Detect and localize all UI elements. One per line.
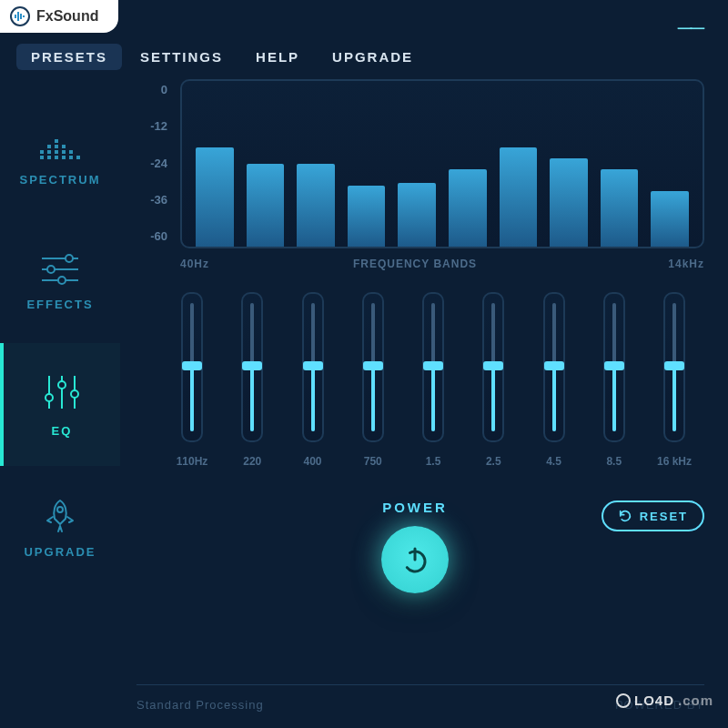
- chart-title: FREQUENCY BANDS: [189, 258, 641, 270]
- refresh-icon: [618, 509, 632, 523]
- svg-point-25: [58, 277, 66, 284]
- chart-bar: [500, 147, 538, 247]
- eq-sliders: 110Hz2204007501.52.54.58.516 kHz: [126, 292, 704, 468]
- svg-point-27: [46, 394, 53, 401]
- chart-bar: [297, 164, 335, 247]
- chart-bar: [449, 169, 487, 247]
- chart-bar: [196, 147, 234, 247]
- slider-label: 110Hz: [177, 455, 208, 468]
- eq-slider-4.5[interactable]: 4.5: [531, 292, 577, 468]
- chart-xlabel-right: 14kHz: [641, 258, 704, 270]
- chart-bar: [247, 164, 285, 247]
- svg-rect-16: [62, 156, 66, 159]
- chart-y-axis: 0-12-24-36-60: [126, 79, 180, 248]
- y-tick: -24: [126, 157, 167, 170]
- svg-point-21: [66, 255, 73, 262]
- sidebar-item-spectrum[interactable]: SPECTRUM: [0, 97, 120, 220]
- svg-rect-2: [17, 12, 19, 21]
- svg-rect-9: [47, 156, 51, 159]
- svg-rect-6: [40, 156, 44, 159]
- menu-settings[interactable]: SETTINGS: [126, 44, 238, 70]
- footer-status: Standard Processing: [136, 698, 264, 712]
- spectrum-icon: [40, 132, 80, 173]
- fxsound-icon: [9, 5, 31, 27]
- svg-rect-10: [55, 139, 58, 143]
- svg-rect-7: [47, 145, 51, 148]
- y-tick: -12: [126, 119, 167, 133]
- sidebar-item-label: EFFECTS: [26, 298, 93, 311]
- svg-point-29: [58, 381, 66, 389]
- svg-rect-5: [40, 150, 44, 154]
- svg-rect-15: [62, 150, 66, 154]
- svg-rect-8: [47, 150, 51, 154]
- svg-point-23: [47, 266, 55, 273]
- eq-slider-16khz[interactable]: 16 kHz: [652, 292, 697, 468]
- slider-label: 1.5: [426, 455, 441, 468]
- svg-rect-3: [20, 14, 22, 19]
- slider-label: 16 kHz: [657, 455, 692, 468]
- eq-slider-2.5[interactable]: 2.5: [470, 292, 516, 468]
- menu-presets[interactable]: PRESETS: [16, 44, 122, 70]
- svg-rect-18: [69, 156, 73, 159]
- menu-help[interactable]: HELP: [241, 44, 314, 70]
- sidebar-item-effects[interactable]: EFFECTS: [0, 220, 120, 343]
- eq-slider-1.5[interactable]: 1.5: [410, 292, 456, 468]
- slider-label: 400: [303, 455, 321, 468]
- sidebar-item-label: SPECTRUM: [20, 173, 101, 187]
- sidebar-item-eq[interactable]: EQ: [0, 343, 120, 466]
- svg-rect-14: [62, 145, 66, 148]
- eq-slider-8.5[interactable]: 8.5: [592, 292, 637, 468]
- svg-rect-1: [15, 15, 16, 18]
- power-icon: [399, 543, 431, 576]
- eq-slider-750[interactable]: 750: [350, 292, 396, 468]
- app-logo: FxSound: [0, 0, 118, 33]
- svg-rect-11: [55, 145, 58, 148]
- frequency-chart: [180, 79, 704, 248]
- svg-rect-19: [76, 156, 80, 159]
- app-name: FxSound: [36, 8, 98, 25]
- svg-rect-17: [69, 150, 73, 154]
- y-tick: -60: [126, 229, 167, 243]
- sliders-h-icon: [40, 253, 80, 298]
- slider-label: 220: [243, 455, 261, 468]
- chart-bar: [651, 191, 689, 247]
- y-tick: -36: [126, 193, 167, 207]
- eq-slider-400[interactable]: 400: [290, 292, 336, 468]
- reset-button[interactable]: RESET: [602, 500, 704, 531]
- svg-rect-12: [55, 150, 58, 154]
- sidebar-item-upgrade[interactable]: UPGRADE: [0, 466, 120, 589]
- slider-label: 2.5: [486, 455, 501, 468]
- power-label: POWER: [382, 500, 448, 515]
- slider-label: 4.5: [546, 455, 561, 468]
- sidebar: SPECTRUMEFFECTSEQUPGRADE: [0, 79, 120, 728]
- menu-upgrade[interactable]: UPGRADE: [318, 44, 428, 70]
- rocket-icon: [42, 497, 78, 545]
- eq-slider-220[interactable]: 220: [229, 292, 275, 468]
- svg-point-35: [617, 694, 630, 707]
- svg-rect-13: [55, 156, 58, 159]
- menu-bar: PRESETSSETTINGSHELPUPGRADE: [0, 44, 728, 70]
- eq-slider-110hz[interactable]: 110Hz: [169, 292, 215, 468]
- minimize-button[interactable]: ──: [678, 16, 703, 40]
- chart-bar: [601, 169, 639, 247]
- sidebar-item-label: EQ: [52, 424, 73, 438]
- slider-label: 8.5: [606, 455, 622, 468]
- chart-xlabel-left: 40Hz: [126, 258, 189, 270]
- chart-bar: [398, 183, 436, 247]
- svg-rect-4: [23, 15, 25, 17]
- svg-point-31: [71, 390, 78, 398]
- svg-point-32: [57, 507, 63, 512]
- chart-bar: [550, 158, 588, 247]
- eq-icon: [42, 372, 82, 424]
- watermark: LO4D.com: [616, 693, 713, 708]
- sidebar-item-label: UPGRADE: [24, 545, 96, 559]
- slider-label: 750: [364, 455, 382, 468]
- chart-bar: [348, 186, 386, 247]
- y-tick: 0: [126, 83, 167, 96]
- power-button[interactable]: [381, 526, 449, 593]
- reset-label: RESET: [640, 510, 688, 523]
